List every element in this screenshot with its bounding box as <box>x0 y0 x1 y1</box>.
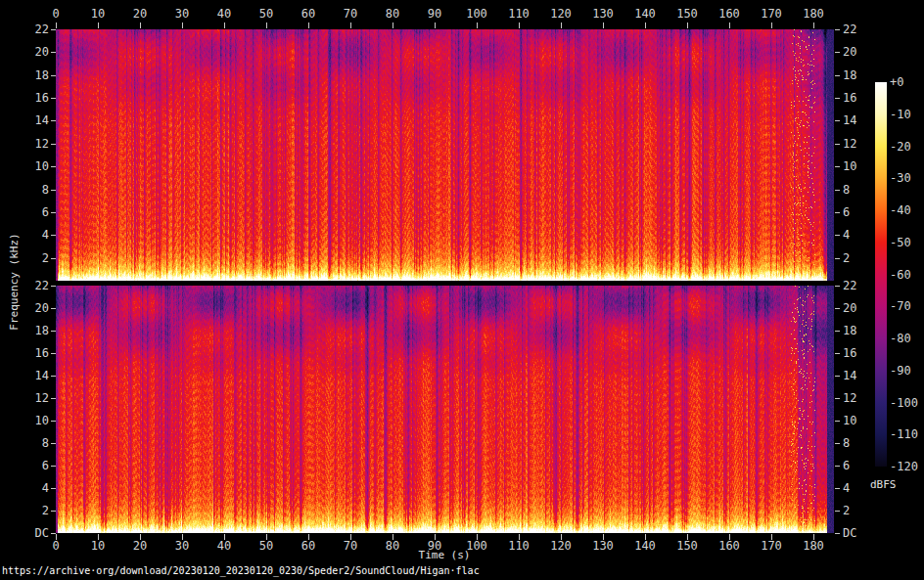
x-tick-mark-top <box>393 22 393 28</box>
x-tick-label-top: 60 <box>301 8 315 20</box>
y-tick-label-right: 2 <box>843 505 850 516</box>
y-tick-label-right: 18 <box>843 69 856 81</box>
y-tick-mark-right <box>835 190 840 191</box>
x-tick-mark-bottom <box>645 534 646 540</box>
x-tick-mark-bottom <box>140 534 141 540</box>
y-tick-label-right: 22 <box>843 23 856 35</box>
y-tick-mark-right <box>835 511 840 512</box>
y-tick-label-right: 12 <box>843 392 856 404</box>
y-tick-label-right: 8 <box>843 437 850 449</box>
x-tick-label-top: 80 <box>386 8 399 20</box>
y-tick-mark-left <box>51 488 56 489</box>
y-tick-label-right: 10 <box>843 160 856 172</box>
x-tick-label-top: 120 <box>550 8 572 20</box>
y-tick-mark-left <box>51 466 56 467</box>
x-tick-label-bottom: 160 <box>718 540 740 552</box>
y-tick-mark-right <box>835 331 840 332</box>
colorbar-tick-label: +0 <box>890 76 903 88</box>
x-tick-label-top: 100 <box>466 8 487 20</box>
x-tick-mark-top <box>140 22 141 28</box>
y-tick-mark-right <box>835 75 840 76</box>
x-tick-label-bottom: 30 <box>175 540 189 552</box>
x-tick-mark-top <box>813 22 814 28</box>
x-tick-label-top: 110 <box>508 8 530 20</box>
x-tick-label-top: 140 <box>634 8 656 20</box>
y-tick-mark-left <box>51 308 56 309</box>
spectrogram-channel-1 <box>56 29 834 281</box>
x-tick-label-top: 20 <box>133 8 147 20</box>
y-tick-mark-right <box>835 52 840 53</box>
x-tick-label-bottom: 0 <box>52 540 59 552</box>
y-tick-label-right: 6 <box>843 206 850 218</box>
y-tick-mark-left <box>51 421 56 422</box>
colorbar-tick-label: -120 <box>890 461 918 472</box>
y-tick-label-right: 22 <box>843 280 856 291</box>
y-tick-label-left: 22 <box>16 280 49 291</box>
y-tick-mark-left <box>51 98 56 99</box>
x-tick-mark-bottom <box>98 534 99 540</box>
y-tick-label-left: 10 <box>16 415 49 426</box>
x-tick-mark-top <box>561 22 562 28</box>
x-tick-mark-bottom <box>771 534 772 540</box>
x-tick-label-top: 90 <box>428 8 441 20</box>
y-tick-mark-right <box>835 29 840 30</box>
x-tick-mark-top <box>645 22 646 28</box>
y-tick-mark-right <box>835 443 840 444</box>
y-tick-mark-right <box>835 286 840 287</box>
x-tick-mark-bottom <box>813 534 814 540</box>
x-tick-mark-bottom <box>603 534 604 540</box>
x-tick-mark-bottom <box>477 534 478 540</box>
y-tick-label-right: 20 <box>843 302 856 314</box>
y-tick-mark-right <box>835 308 840 309</box>
x-tick-mark-top <box>224 22 225 28</box>
source-url: https://archive·org/download/20230120_20… <box>2 565 480 576</box>
x-tick-mark-top <box>266 22 267 28</box>
x-tick-label-bottom: 140 <box>634 540 656 552</box>
x-tick-mark-bottom <box>561 534 562 540</box>
x-tick-label-bottom: 40 <box>217 540 231 552</box>
y-tick-label-left: 8 <box>16 184 49 196</box>
x-tick-label-top: 150 <box>676 8 698 20</box>
y-tick-mark-right <box>835 120 840 121</box>
x-tick-mark-bottom <box>393 534 393 540</box>
colorbar-tick-label: -20 <box>890 141 911 153</box>
y-tick-label-right: 16 <box>843 92 856 104</box>
y-tick-label-right: 18 <box>843 325 856 336</box>
y-tick-mark-right <box>835 98 840 99</box>
x-tick-label-top: 0 <box>52 8 59 20</box>
y-tick-mark-left <box>51 52 56 53</box>
y-tick-mark-left <box>51 120 56 121</box>
x-tick-label-top: 10 <box>91 8 105 20</box>
y-tick-mark-left <box>51 398 56 399</box>
x-tick-mark-bottom <box>56 534 57 540</box>
x-tick-mark-bottom <box>350 534 351 540</box>
x-tick-mark-top <box>308 22 309 28</box>
y-tick-mark-left <box>51 511 56 512</box>
x-tick-label-bottom: 120 <box>550 540 572 552</box>
y-tick-label-left: 4 <box>16 482 49 494</box>
y-tick-mark-right <box>835 144 840 145</box>
x-tick-mark-top <box>729 22 730 28</box>
x-tick-mark-bottom <box>224 534 225 540</box>
y-tick-mark-left <box>51 144 56 145</box>
y-tick-mark-right <box>835 166 840 167</box>
x-tick-mark-bottom <box>308 534 309 540</box>
y-tick-mark-left <box>51 235 56 236</box>
y-tick-mark-left <box>51 166 56 167</box>
y-tick-label-left: 18 <box>16 69 49 81</box>
y-tick-label-left: 22 <box>16 23 49 35</box>
y-tick-mark-left <box>51 29 56 30</box>
colorbar-tick-label: -90 <box>890 365 911 377</box>
y-tick-label-left: 4 <box>16 229 49 241</box>
y-tick-label-left: 16 <box>16 347 49 359</box>
y-tick-label-left: 16 <box>16 92 49 104</box>
y-tick-label-left: 18 <box>16 325 49 336</box>
y-tick-mark-left <box>51 212 56 213</box>
x-tick-label-bottom: 70 <box>344 540 357 552</box>
y-tick-mark-left <box>51 533 56 534</box>
y-tick-mark-right <box>835 212 840 213</box>
y-tick-label-left: 2 <box>16 505 49 516</box>
x-tick-mark-bottom <box>266 534 267 540</box>
y-tick-label-right: 2 <box>843 252 850 264</box>
colorbar-tick-label: -10 <box>890 109 911 120</box>
